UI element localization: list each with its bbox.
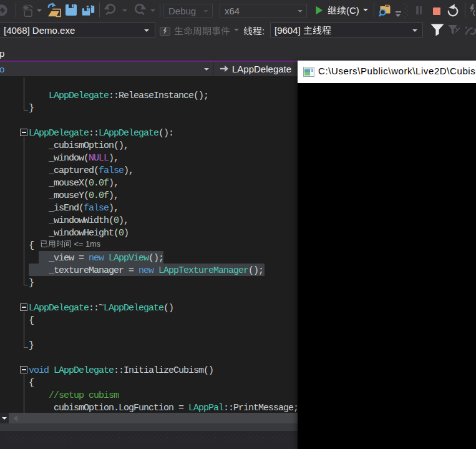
- scrollbar-options-caret: [2, 417, 7, 420]
- scroll-left-arrow[interactable]: [12, 415, 19, 422]
- outline-guide-tick: [24, 110, 28, 111]
- scrollbar-options-box[interactable]: [0, 413, 9, 423]
- code-line: {: [29, 315, 34, 327]
- code-line: _window(NULL),: [29, 152, 119, 165]
- app-window-icon: [303, 66, 314, 77]
- code-line: _textureManager = new LAppTextureManager…: [29, 265, 263, 277]
- pause-icon[interactable]: [416, 6, 422, 14]
- document-tab-label[interactable]: p: [0, 48, 4, 59]
- filter-off-icon: [447, 24, 464, 36]
- solution-config-combo[interactable]: Debug: [163, 4, 213, 17]
- process-search-icon[interactable]: [378, 2, 393, 17]
- code-line: _isEnd(false),: [29, 202, 119, 215]
- member-arrow-icon: [220, 65, 229, 72]
- restart-icon[interactable]: [446, 3, 459, 17]
- code-line: _captured(false),: [29, 165, 134, 177]
- platform-label: x64: [225, 6, 240, 16]
- fold-collapse-box[interactable]: [20, 129, 27, 136]
- platform-caret: [298, 10, 303, 12]
- demo-window-title: C:\Users\Public\work\Live2D\Cubism: [318, 66, 476, 76]
- toolbar-separator: [374, 2, 374, 17]
- save-icon[interactable]: [65, 4, 77, 16]
- threads-curves-icon: [465, 26, 476, 36]
- code-line: LAppDelegate::ReleaseInstance();: [29, 90, 208, 102]
- fold-collapse-box[interactable]: [20, 303, 27, 311]
- lifecycle-events-caret[interactable]: [234, 29, 239, 31]
- fold-collapse-box[interactable]: [20, 366, 27, 373]
- process-search-dropdown[interactable]: [396, 11, 401, 12]
- thread-combo[interactable]: [9604]: [270, 22, 423, 37]
- threads-label: :: [243, 26, 265, 36]
- toolbar-separator: [99, 2, 100, 17]
- continue-dropdown-caret[interactable]: [363, 9, 368, 11]
- document-tab-strip: p: [0, 39, 476, 61]
- thread-combo-caret: [412, 29, 417, 32]
- pause-bar-left: [416, 6, 419, 14]
- toolbar-separator: [16, 2, 16, 17]
- nav-scope-combo[interactable]: o: [0, 62, 213, 76]
- process-combo-label: [4068] Demo.exe: [4, 25, 75, 36]
- outline-guide: [24, 77, 24, 111]
- config-caret: [203, 10, 208, 12]
- code-line: {: [29, 240, 34, 252]
- diagnostics-icon[interactable]: [469, 4, 476, 16]
- outline-guide: [24, 374, 24, 413]
- lifecycle-events-label[interactable]: [174, 26, 230, 36]
- save-all-icon[interactable]: [80, 2, 96, 18]
- undo-dropdown-caret[interactable]: [122, 9, 127, 12]
- code-line: void LAppDelegate::InitializeCubism(): [29, 365, 213, 377]
- new-file-icon[interactable]: [21, 2, 34, 17]
- outline-guide: [24, 312, 24, 348]
- outline-guide-tick: [24, 285, 28, 285]
- outline-guide-tick: [24, 347, 28, 348]
- platform-combo[interactable]: x64: [220, 4, 307, 17]
- code-line: _windowHeight(0): [29, 227, 129, 240]
- demo-app-window[interactable]: C:\Users\Public\work\Live2D\Cubism: [298, 61, 476, 449]
- demo-window-titlebar[interactable]: C:\Users\Public\work\Live2D\Cubism: [298, 61, 476, 83]
- code-line: _view = new LAppView();: [29, 252, 163, 265]
- code-line: LAppDelegate::LAppDelegate():: [29, 127, 173, 140]
- new-file-dropdown-caret[interactable]: [37, 9, 42, 12]
- continue-play-icon[interactable]: [316, 6, 323, 15]
- redo-dropdown-caret[interactable]: [150, 9, 155, 12]
- nav-member-text: LAppDelegate: [232, 64, 291, 74]
- undo-icon[interactable]: [104, 3, 119, 17]
- code-line: _mouseX(0.0f),: [29, 177, 119, 190]
- standard-toolbar: Debug x64 (C): [0, 0, 476, 21]
- outline-guide: [24, 137, 24, 285]
- debug-location-toolbar: [4068] Demo.exe : [9604]: [0, 21, 476, 39]
- code-line: _cubismOption(),: [29, 140, 129, 152]
- code-line: {: [29, 377, 34, 390]
- code-line: _mouseY(0.0f),: [29, 190, 119, 202]
- code-line: }: [29, 102, 34, 115]
- code-line: cubismOption.LogFunction = LAppPal::Prin…: [29, 402, 298, 413]
- toolbar-separator: [160, 2, 160, 17]
- perf-tip[interactable]: <= 1ms: [40, 239, 100, 249]
- panel-grip-dots: [4, 435, 298, 444]
- code-line: //setup cubism: [29, 390, 119, 402]
- redo-icon[interactable]: [132, 3, 147, 17]
- nav-forward-icon[interactable]: [0, 4, 8, 17]
- process-combo-caret: [144, 29, 149, 32]
- process-combo[interactable]: [4068] Demo.exe: [0, 22, 155, 37]
- toolbar-grip-dots: [404, 3, 409, 18]
- nav-scope-text: o: [0, 64, 4, 74]
- solution-config-label: Debug: [168, 6, 196, 16]
- process-search-caret[interactable]: [396, 14, 401, 17]
- code-line: _windowWidth(0),: [29, 215, 129, 227]
- filter-threads-icon[interactable]: [430, 24, 444, 36]
- toolbar-separator: [465, 2, 465, 17]
- open-file-icon[interactable]: [47, 2, 62, 18]
- code-line: }: [29, 340, 34, 352]
- continue-label[interactable]: (C): [328, 5, 359, 16]
- code-line: }: [29, 277, 34, 290]
- pause-bar-right: [420, 6, 422, 14]
- lifecycle-events-icon: [160, 27, 170, 36]
- code-line: LAppDelegate::~LAppDelegate(): [29, 302, 173, 315]
- stop-icon[interactable]: [433, 7, 440, 15]
- vs-main-window: Debug x64 (C): [0, 0, 476, 449]
- nav-scope-caret: [204, 68, 209, 71]
- thread-combo-label: [9604]: [274, 25, 331, 36]
